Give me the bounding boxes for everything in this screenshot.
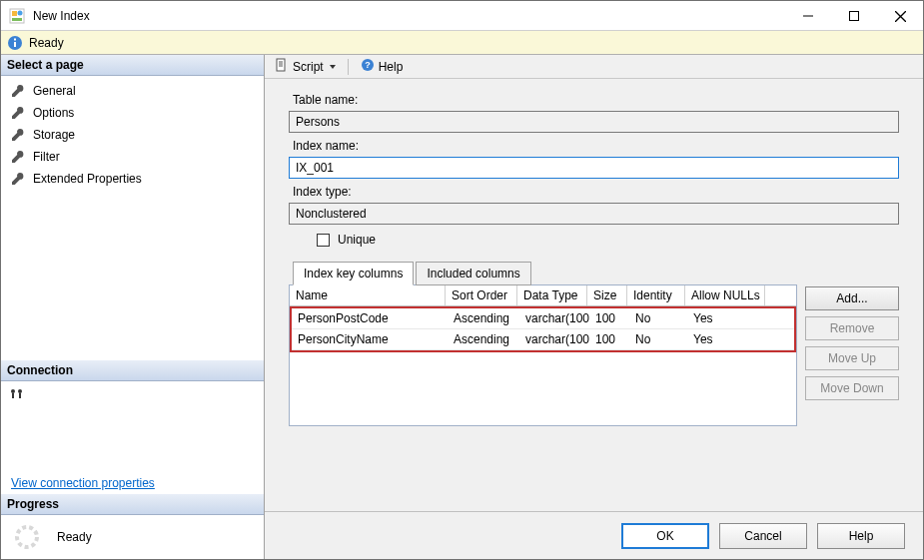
window-title: New Index — [33, 9, 785, 23]
col-header-sort[interactable]: Sort Order — [446, 285, 517, 305]
help-button[interactable]: ? Help — [357, 56, 408, 77]
minimize-button[interactable] — [785, 1, 831, 31]
index-type-label: Index type: — [289, 183, 899, 203]
col-header-identity[interactable]: Identity — [627, 285, 685, 305]
svg-rect-10 — [12, 393, 14, 398]
table-name-label: Table name: — [289, 91, 899, 111]
page-item-extended-properties[interactable]: Extended Properties — [1, 168, 264, 190]
page-item-filter[interactable]: Filter — [1, 146, 264, 168]
spinner-icon — [13, 523, 41, 551]
view-connection-properties-link[interactable]: View connection properties — [1, 472, 264, 494]
close-button[interactable] — [877, 1, 923, 31]
chevron-down-icon — [330, 65, 336, 69]
table-row[interactable]: PersonCityName Ascending varchar(100) 10… — [292, 329, 794, 350]
page-item-label: General — [33, 82, 76, 100]
remove-button[interactable]: Remove — [805, 316, 899, 340]
table-row[interactable]: PersonPostCode Ascending varchar(100) 10… — [292, 308, 794, 329]
index-name-field[interactable]: IX_001 — [289, 157, 899, 179]
toolbar: Script ? Help — [265, 55, 923, 79]
unique-checkbox[interactable] — [317, 234, 330, 247]
columns-grid: Name Sort Order Data Type Size Identity … — [289, 284, 797, 426]
status-strip: Ready — [1, 31, 923, 55]
progress-row: Ready — [1, 515, 264, 559]
app-icon — [9, 8, 25, 24]
wrench-icon — [11, 106, 25, 120]
script-button[interactable]: Script — [271, 56, 340, 77]
add-button[interactable]: Add... — [805, 286, 899, 310]
col-header-type[interactable]: Data Type — [517, 285, 587, 305]
maximize-button[interactable] — [831, 1, 877, 31]
help-label: Help — [379, 60, 404, 74]
index-type-field: Nonclustered — [289, 203, 899, 225]
page-item-label: Storage — [33, 126, 75, 144]
wrench-icon — [11, 150, 25, 164]
connection-icon — [9, 392, 25, 406]
wrench-icon — [11, 84, 25, 98]
titlebar: New Index — [1, 1, 923, 31]
page-item-label: Options — [33, 104, 74, 122]
svg-point-13 — [17, 527, 37, 547]
page-list: General Options Storage Filter Extended … — [1, 76, 264, 194]
svg-rect-3 — [850, 12, 859, 21]
help-button-footer[interactable]: Help — [817, 523, 905, 549]
help-icon: ? — [361, 58, 375, 75]
wrench-icon — [11, 172, 25, 186]
svg-rect-12 — [19, 393, 21, 398]
select-page-heading: Select a page — [1, 55, 264, 76]
connection-heading: Connection — [1, 360, 264, 381]
svg-point-11 — [18, 389, 22, 393]
cancel-button[interactable]: Cancel — [719, 523, 807, 549]
page-item-label: Extended Properties — [33, 170, 142, 188]
status-text: Ready — [29, 36, 64, 50]
svg-point-1 — [18, 10, 23, 15]
col-header-size[interactable]: Size — [587, 285, 627, 305]
svg-point-9 — [11, 389, 15, 393]
connection-area — [1, 381, 264, 412]
tab-index-key-columns[interactable]: Index key columns — [293, 262, 414, 285]
index-name-label: Index name: — [289, 137, 899, 157]
col-header-name[interactable]: Name — [290, 285, 446, 305]
script-label: Script — [293, 60, 324, 74]
page-item-label: Filter — [33, 148, 60, 166]
move-down-button[interactable]: Move Down — [805, 376, 899, 400]
ok-button[interactable]: OK — [621, 523, 709, 549]
wrench-icon — [11, 128, 25, 142]
dialog-footer: OK Cancel Help — [265, 511, 923, 559]
move-up-button[interactable]: Move Up — [805, 346, 899, 370]
info-icon — [7, 35, 23, 51]
col-header-nulls[interactable]: Allow NULLs — [685, 285, 765, 305]
progress-status: Ready — [57, 530, 92, 544]
right-panel: Script ? Help Table name: Persons Ind — [265, 55, 923, 559]
progress-heading: Progress — [1, 494, 264, 515]
page-item-options[interactable]: Options — [1, 102, 264, 124]
page-item-storage[interactable]: Storage — [1, 124, 264, 146]
svg-rect-8 — [14, 38, 16, 40]
page-item-general[interactable]: General — [1, 80, 264, 102]
svg-rect-14 — [277, 59, 285, 71]
script-icon — [275, 58, 289, 75]
unique-label: Unique — [338, 233, 376, 247]
left-panel: Select a page General Options Storage Fi… — [1, 55, 265, 559]
svg-text:?: ? — [365, 60, 371, 70]
new-index-dialog: New Index Ready Select a page — [0, 0, 924, 560]
tab-included-columns[interactable]: Included columns — [416, 262, 530, 285]
table-name-field: Persons — [289, 111, 899, 133]
svg-rect-7 — [14, 42, 16, 47]
